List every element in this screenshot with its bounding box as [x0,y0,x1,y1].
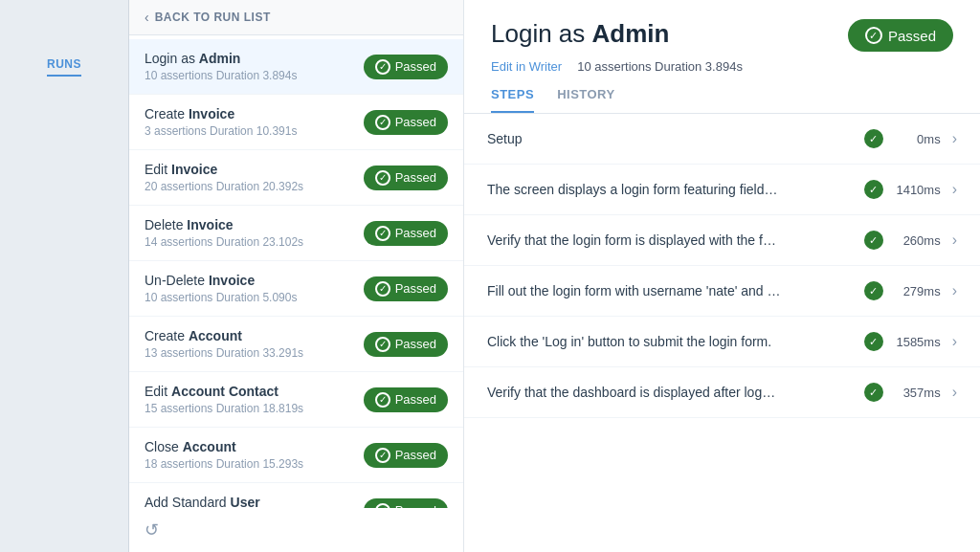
step-text: Setup [487,131,864,146]
step-right: ✓ 260ms › [864,231,957,250]
tabs: STEPSHISTORY [491,87,953,113]
step-item[interactable]: Click the 'Log in' button to submit the … [464,317,980,367]
test-item[interactable]: Un-Delete Invoice 10 assertions Duration… [129,261,463,317]
step-chevron-icon[interactable]: › [952,384,957,401]
test-item[interactable]: Login as Admin 10 assertions Duration 3.… [129,39,463,95]
step-chevron-icon[interactable]: › [952,232,957,249]
test-item[interactable]: Edit Invoice 20 assertions Duration 20.3… [129,150,463,206]
test-item-meta: 10 assertions Duration 5.090s [145,291,297,304]
passed-badge: ✓ Passed [364,55,448,79]
step-text: Fill out the login form with username 'n… [487,283,864,298]
test-item[interactable]: Delete Invoice 14 assertions Duration 23… [129,206,463,261]
back-chevron-icon: ‹ [145,10,149,25]
test-item[interactable]: Edit Account Contact 15 assertions Durat… [129,372,463,428]
test-name-bold: Account [189,328,242,343]
step-right: ✓ 279ms › [864,281,957,300]
back-nav[interactable]: ‹ BACK TO RUN LIST [129,0,463,35]
detail-title: Login as Admin [491,19,669,49]
step-right: ✓ 1410ms › [864,180,957,199]
step-chevron-icon[interactable]: › [952,130,957,147]
test-item[interactable]: Add Standard User 22 assertions Duration… [129,483,463,508]
step-right: ✓ 357ms › [864,383,957,402]
step-chevron-icon[interactable]: › [952,333,957,350]
step-text: Verify that the login form is displayed … [487,232,864,248]
step-item[interactable]: Verify that the dashboard is displayed a… [464,367,980,418]
passed-label: Passed [395,448,436,462]
test-name-plain: Login as [145,51,199,66]
test-item-meta: 15 assertions Duration 18.819s [145,402,303,415]
test-name-plain: Create [145,106,189,121]
passed-label: Passed [395,226,436,240]
check-icon: ✓ [375,281,390,297]
step-item[interactable]: Fill out the login form with username 'n… [464,266,980,317]
edit-in-writer-link[interactable]: Edit in Writer [491,59,562,74]
check-icon: ✓ [375,392,390,408]
step-check-icon: ✓ [864,383,883,402]
test-item-info: Create Invoice 3 assertions Duration 10.… [145,106,297,138]
step-item[interactable]: Verify that the login form is displayed … [464,215,980,266]
steps-list: Setup ✓ 0ms › The screen displays a logi… [464,114,980,552]
reset-icon-container: ↺ [129,508,463,552]
test-name-plain: Delete [145,217,187,232]
step-duration: 1585ms [895,335,941,349]
test-item[interactable]: Create Account 13 assertions Duration 33… [129,317,463,372]
test-name-plain: Edit [145,162,171,177]
step-item[interactable]: The screen displays a login form featuri… [464,165,980,215]
test-name-bold: Account [183,439,236,454]
step-duration: 357ms [895,386,941,400]
test-item-name: Add Standard User [145,495,303,508]
step-check-icon: ✓ [864,332,883,351]
step-item[interactable]: Setup ✓ 0ms › [464,114,980,165]
step-right: ✓ 0ms › [864,129,957,148]
test-item-name: Create Invoice [145,106,297,121]
test-item-meta: 18 assertions Duration 15.293s [145,457,303,471]
test-item-meta: 13 assertions Duration 33.291s [145,346,303,360]
test-name-bold: Admin [199,51,241,66]
tab-steps[interactable]: STEPS [491,87,534,113]
test-item-name: Edit Invoice [145,162,303,177]
test-item[interactable]: Close Account 18 assertions Duration 15.… [129,428,463,483]
passed-label: Passed [395,115,436,129]
test-item-info: Close Account 18 assertions Duration 15.… [145,439,303,471]
test-item-name: Un-Delete Invoice [145,273,297,288]
test-item-name: Close Account [145,439,303,454]
check-icon: ✓ [375,115,390,130]
sidebar: RUNS [0,0,129,552]
step-chevron-icon[interactable]: › [952,181,957,198]
test-item-info: Edit Account Contact 15 assertions Durat… [145,384,303,415]
test-name-bold: Invoice [189,106,234,121]
test-item-info: Un-Delete Invoice 10 assertions Duration… [145,273,297,304]
step-text: The screen displays a login form featuri… [487,182,864,197]
test-name-plain: Close [145,439,183,454]
passed-label: Passed [395,170,436,185]
step-right: ✓ 1585ms › [864,332,957,351]
test-name-bold: Invoice [209,273,255,288]
check-icon: ✓ [375,337,390,352]
test-item-info: Create Account 13 assertions Duration 33… [145,328,303,360]
sidebar-runs-label[interactable]: RUNS [47,57,81,77]
test-name-plain: Create [145,328,189,343]
detail-title-bold: Admin [592,19,670,48]
test-item-name: Delete Invoice [145,217,303,232]
detail-panel: Login as Admin ✓ Passed Edit in Writer 1… [464,0,980,552]
passed-label: Passed [395,392,436,407]
test-item-meta: 14 assertions Duration 23.102s [145,235,303,249]
reset-icon[interactable]: ↺ [145,519,159,541]
test-list-panel: ‹ BACK TO RUN LIST Login as Admin 10 ass… [129,0,464,552]
passed-badge: ✓ Passed [364,387,448,412]
test-item-info: Delete Invoice 14 assertions Duration 23… [145,217,303,249]
step-duration: 260ms [895,233,941,248]
step-duration: 1410ms [895,183,941,197]
test-name-bold: Invoice [187,217,233,232]
step-duration: 279ms [895,284,941,298]
check-icon: ✓ [375,170,390,186]
detail-header: Login as Admin ✓ Passed Edit in Writer 1… [464,0,980,114]
step-check-icon: ✓ [864,281,883,300]
detail-passed-label: Passed [888,28,936,44]
test-name-bold: User [231,495,260,508]
step-chevron-icon[interactable]: › [952,282,957,299]
test-list: Login as Admin 10 assertions Duration 3.… [129,35,463,508]
tab-history[interactable]: HISTORY [557,87,615,113]
test-item[interactable]: Create Invoice 3 assertions Duration 10.… [129,95,463,150]
test-name-plain: Edit [145,384,171,399]
